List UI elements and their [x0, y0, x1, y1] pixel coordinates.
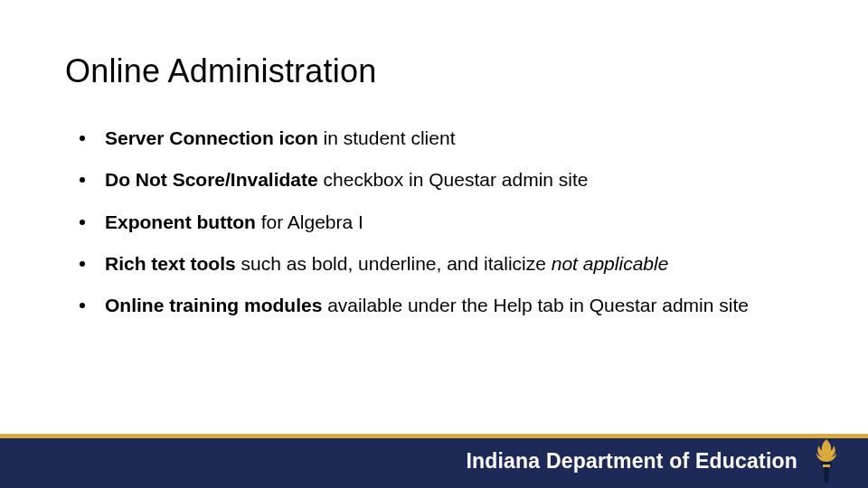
slide-title: Online Administration	[65, 52, 376, 90]
list-item: Do Not Score/Invalidate checkbox in Ques…	[80, 168, 796, 192]
list-item-text: Rich text tools such as bold, underline,…	[105, 252, 796, 276]
list-item: Online training modules available under …	[80, 294, 796, 317]
bullet-icon	[80, 303, 85, 308]
footer-content: Indiana Department of Education	[466, 434, 843, 488]
footer-bar: Indiana Department of Education	[0, 434, 868, 488]
list-item: Server Connection icon in student client	[80, 127, 796, 150]
bullet-icon	[80, 261, 85, 267]
svg-rect-0	[821, 462, 832, 465]
list-item: Rich text tools such as bold, underline,…	[80, 252, 796, 276]
torch-icon	[810, 437, 843, 484]
bullet-icon	[80, 136, 85, 141]
list-item-text: Do Not Score/Invalidate checkbox in Ques…	[105, 168, 796, 192]
bullet-icon	[80, 177, 85, 183]
svg-rect-1	[823, 465, 830, 467]
slide: Online Administration Server Connection …	[0, 0, 868, 488]
bullet-icon	[80, 220, 85, 225]
bullet-list: Server Connection icon in student client…	[80, 127, 796, 335]
list-item: Exponent button for Algebra I	[80, 211, 796, 234]
footer-org-name: Indiana Department of Education	[466, 449, 797, 474]
list-item-text: Online training modules available under …	[105, 294, 796, 317]
list-item-text: Exponent button for Algebra I	[105, 211, 796, 234]
list-item-text: Server Connection icon in student client	[105, 127, 796, 150]
